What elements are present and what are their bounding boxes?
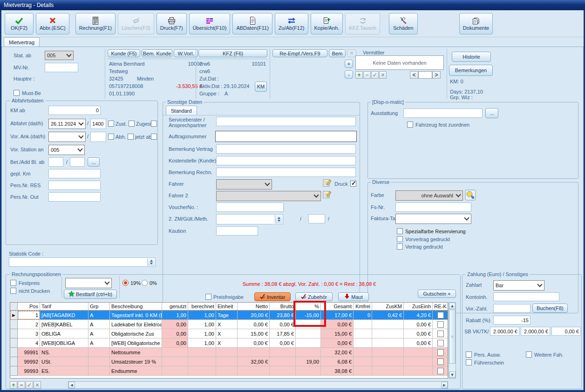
abort-button[interactable]: Abbr.(ESC) bbox=[36, 13, 69, 34]
preisfreigabe-checkbox[interactable] bbox=[205, 294, 211, 300]
bemerkung-vertrag-input[interactable] bbox=[216, 144, 356, 154]
bemerkung-rechn-input[interactable] bbox=[216, 168, 356, 177]
row-selector[interactable] bbox=[10, 348, 18, 357]
re-k-checkbox[interactable] bbox=[437, 321, 444, 328]
table-cell[interactable]: Umsatzsteuer 19 % bbox=[110, 357, 162, 366]
farbe-select[interactable]: ohne Auswahl bbox=[395, 190, 463, 201]
vermittler-minus-button[interactable]: - bbox=[345, 70, 353, 79]
table-row[interactable]: 99993ES.Endsumme38,08 € bbox=[10, 366, 448, 376]
table-cell[interactable] bbox=[188, 348, 216, 357]
column-header-einheit[interactable]: Einheit bbox=[216, 303, 238, 311]
table-cell[interactable]: 0,42 € bbox=[372, 311, 404, 320]
re-k-checkbox[interactable] bbox=[437, 312, 444, 318]
fs-nr-input[interactable] bbox=[395, 203, 471, 212]
vor-zahl-input[interactable] bbox=[493, 304, 531, 313]
km-button[interactable]: KM bbox=[255, 81, 267, 92]
table-cell[interactable]: X bbox=[216, 320, 238, 329]
table-cell[interactable] bbox=[372, 357, 404, 366]
scroll-right-icon[interactable]: ► bbox=[441, 382, 448, 388]
table-cell[interactable] bbox=[296, 338, 321, 348]
table-cell[interactable]: 17,00 € bbox=[321, 311, 354, 320]
re-empf-button[interactable]: Re-Empf./Vers.F9 bbox=[272, 49, 327, 57]
table-cell[interactable]: [WEB] Obligatorische Zus bbox=[110, 338, 162, 348]
table-cell[interactable]: USt. bbox=[40, 357, 88, 366]
kaution-input[interactable] bbox=[216, 226, 258, 236]
re-k-checkbox[interactable] bbox=[437, 349, 444, 356]
statistik-code-input[interactable] bbox=[9, 257, 156, 267]
table-cell[interactable] bbox=[270, 366, 296, 376]
serviceberater-input[interactable] bbox=[216, 117, 356, 126]
confirm-icon[interactable]: ✓ bbox=[371, 71, 379, 79]
table-cell[interactable] bbox=[216, 357, 238, 366]
zugest-checkbox[interactable] bbox=[151, 121, 157, 127]
vor-station-select[interactable]: 005 bbox=[48, 145, 85, 155]
scroll-down-icon[interactable]: ▼ bbox=[449, 372, 456, 378]
row-selector-header[interactable] bbox=[10, 303, 18, 311]
tab-mietvertrag[interactable]: Mietvertrag bbox=[4, 37, 40, 47]
column-header-grp[interactable]: Grp bbox=[88, 303, 110, 311]
weitere-fah-checkbox[interactable] bbox=[526, 351, 532, 358]
table-cell[interactable]: 0,00 bbox=[162, 329, 188, 338]
table-cell[interactable]: 1,00 bbox=[188, 320, 216, 329]
table-cell[interactable]: 0,00 € bbox=[238, 320, 270, 329]
column-header-brutto[interactable]: Brutto bbox=[270, 303, 296, 311]
row-selector[interactable] bbox=[10, 366, 18, 376]
bet-input[interactable] bbox=[48, 157, 63, 167]
faktura-tag-select[interactable] bbox=[395, 214, 471, 224]
table-row[interactable]: 3OBLIGAAObligatorische Zus0,001,00X15,00… bbox=[10, 329, 448, 338]
ausstattung-input[interactable] bbox=[403, 108, 483, 118]
table-cell[interactable]: 0,00 € bbox=[238, 338, 270, 348]
buchen-button[interactable]: Buchen(F8) bbox=[532, 304, 568, 313]
column-header--[interactable]: % bbox=[296, 303, 321, 311]
table-row[interactable]: 99992USt.Umsatzsteuer 19 %32,00 €19,006,… bbox=[10, 357, 448, 366]
table-cell[interactable]: 0,00 € bbox=[270, 338, 296, 348]
table-cell[interactable]: 6,08 € bbox=[321, 357, 354, 366]
re-k-cell[interactable] bbox=[433, 311, 448, 320]
w-vorl-button[interactable]: W.Vorl. bbox=[174, 49, 198, 57]
vermittler-plus-button[interactable]: + bbox=[345, 60, 353, 68]
festpreis-checkbox[interactable] bbox=[10, 280, 16, 286]
column-header-pos[interactable]: Pos bbox=[18, 303, 40, 311]
farbe-picker-icon[interactable] bbox=[465, 189, 476, 202]
table-cell[interactable] bbox=[296, 320, 321, 329]
table-cell[interactable] bbox=[372, 366, 404, 376]
add-bl-input[interactable] bbox=[70, 157, 85, 167]
spezialfarbe-checkbox[interactable] bbox=[397, 228, 403, 234]
row-selector[interactable] bbox=[10, 329, 18, 338]
fahrzeug-fest-checkbox[interactable] bbox=[407, 122, 413, 128]
table-row[interactable]: ▶1[AB]TAGABKDATagestarif inkl. 0 KM (Rat… bbox=[10, 311, 448, 320]
zubehoer-button[interactable]: Zubehör bbox=[295, 292, 333, 301]
nav-position-box[interactable] bbox=[418, 71, 432, 79]
historie-button[interactable]: Historie bbox=[452, 52, 491, 62]
bet-add-more-button[interactable]: ... bbox=[88, 157, 100, 167]
table-vertical-scrollbar[interactable]: ▲ ≡ ▼ bbox=[449, 302, 456, 378]
table-cell[interactable] bbox=[270, 348, 296, 357]
table-cell[interactable]: 0,00 € bbox=[404, 338, 433, 348]
scrollbar-thumb[interactable]: ≡ bbox=[449, 310, 456, 364]
table-cell[interactable] bbox=[216, 348, 238, 357]
bem-kunde-button[interactable]: Bem. Kunde bbox=[142, 49, 172, 57]
gutschein-button[interactable]: Gutschein + bbox=[418, 290, 456, 298]
column-header-zuskm[interactable]: ZusKM bbox=[372, 303, 404, 311]
remove-icon[interactable]: − bbox=[363, 71, 371, 79]
table-cell[interactable]: 0,00 € bbox=[321, 338, 354, 348]
column-header-zuseinh[interactable]: ZusEinh bbox=[404, 303, 433, 311]
uebersicht-button[interactable]: Übersicht(F10) bbox=[189, 13, 231, 34]
kfz-tausch-button[interactable]: KFZ Tausch bbox=[345, 13, 380, 34]
schaeden-button[interactable]: Schäden bbox=[389, 13, 418, 34]
vor-ank-time-input[interactable] bbox=[90, 132, 106, 142]
bem-button[interactable]: Bem bbox=[329, 49, 346, 57]
auftragsnummer-input[interactable] bbox=[215, 131, 357, 142]
table-horizontal-scrollbar[interactable]: ◄ ► bbox=[68, 381, 448, 389]
table-row[interactable]: 99991NS.Nettosumme32,00 € bbox=[10, 348, 448, 357]
table-cell[interactable]: 0,00 € bbox=[321, 320, 354, 329]
table-cell[interactable] bbox=[296, 366, 321, 376]
table-cell[interactable]: 23,80 € bbox=[270, 311, 296, 320]
column-header-gesamt[interactable]: Gesamt bbox=[321, 303, 354, 311]
table-cell[interactable]: A bbox=[88, 311, 110, 320]
table-cell[interactable]: Ladekabel für Elektroauto bbox=[110, 320, 162, 329]
scroll-up-icon[interactable]: ▲ bbox=[449, 303, 456, 309]
druck-checkbox[interactable] bbox=[350, 181, 356, 187]
fahrer-select[interactable] bbox=[216, 179, 272, 189]
re-k-cell[interactable] bbox=[433, 320, 448, 329]
